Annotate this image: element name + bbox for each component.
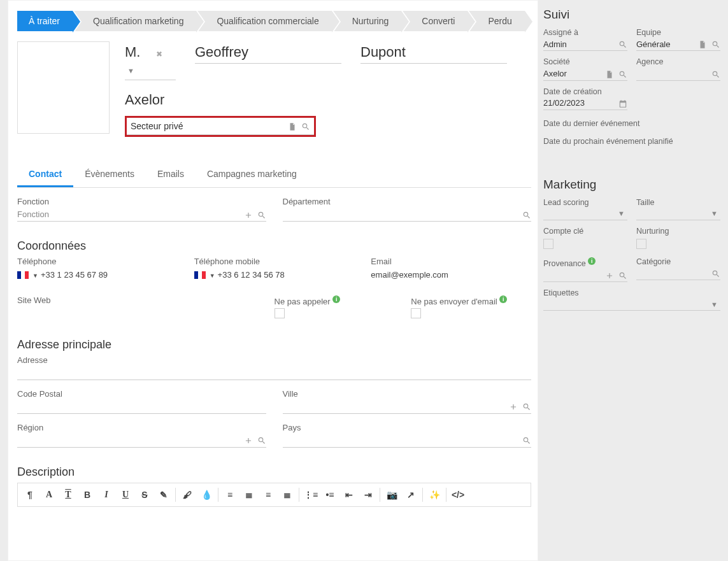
categorie-input[interactable]	[636, 267, 720, 280]
doc-icon[interactable]	[605, 68, 614, 78]
pays-input[interactable]	[283, 434, 532, 448]
stage-qualif-commerciale[interactable]: Qualification commerciale	[197, 11, 331, 31]
link-button[interactable]: ↗	[401, 486, 420, 504]
categorie-label: Catégorie	[636, 257, 720, 266]
sector-input[interactable]: Secteur privé	[127, 118, 314, 135]
ul-button[interactable]: •≡	[320, 486, 339, 504]
telephone-input[interactable]: ▼+33 1 23 45 67 89	[17, 267, 178, 281]
search-icon[interactable]	[618, 39, 627, 49]
comptecle-checkbox[interactable]	[543, 239, 553, 249]
avatar-placeholder[interactable]	[17, 41, 110, 134]
email-input[interactable]: email@exemple.com	[371, 267, 531, 281]
plus-icon[interactable]	[509, 401, 518, 411]
indent-button[interactable]: ⇤	[339, 486, 359, 504]
tab-emails[interactable]: Emails	[146, 162, 196, 187]
image-button[interactable]: 📷	[382, 486, 401, 504]
nepas-email-checkbox[interactable]	[411, 308, 421, 318]
societe-label: Société	[543, 57, 627, 66]
doc-icon[interactable]	[288, 121, 297, 131]
tab-evenements[interactable]: Évènements	[73, 162, 146, 187]
departement-input[interactable]	[283, 208, 532, 222]
chevron-down-icon[interactable]: ▼	[32, 273, 38, 279]
pilcrow-button[interactable]: ¶	[20, 486, 39, 504]
search-icon[interactable]	[522, 435, 531, 445]
aligncenter-button[interactable]: ≣	[239, 486, 259, 504]
side-panel: Suivi Assigné à Admin Equipe Générale	[543, 0, 728, 561]
outdent-button[interactable]: ⇥	[359, 486, 378, 504]
coordonnees-heading: Coordonnées	[17, 239, 531, 253]
equipe-input[interactable]: Générale	[636, 38, 720, 51]
alignleft-button[interactable]: ≡	[220, 486, 239, 504]
flag-fr-icon	[17, 271, 29, 279]
chevron-down-icon[interactable]: ▼	[615, 209, 627, 217]
chevron-down-icon[interactable]: ▼	[708, 209, 720, 217]
search-icon[interactable]	[301, 121, 310, 131]
assigne-input[interactable]: Admin	[543, 38, 627, 51]
title-select[interactable]: M. ✖ ▼	[125, 41, 176, 80]
provenance-input[interactable]	[543, 269, 627, 282]
pays-label: Pays	[283, 423, 532, 432]
agence-input[interactable]	[636, 67, 720, 80]
search-icon[interactable]	[711, 268, 720, 278]
clearformat-button[interactable]: ✎	[154, 486, 173, 504]
tab-contact[interactable]: Contact	[17, 162, 73, 187]
info-icon[interactable]: i	[332, 295, 340, 303]
taille-input[interactable]: ▼	[636, 208, 720, 220]
search-icon[interactable]	[522, 209, 531, 220]
underline-button[interactable]: U	[116, 486, 135, 504]
stage-qualif-marketing[interactable]: Qualification marketing	[74, 11, 196, 31]
stage-perdu[interactable]: Perdu	[469, 11, 524, 31]
search-icon[interactable]	[618, 270, 627, 280]
tab-campagnes[interactable]: Campagnes marketing	[196, 162, 308, 187]
brush-button[interactable]: 🖌	[178, 486, 197, 504]
italic-button[interactable]: I	[97, 486, 116, 504]
search-icon[interactable]	[522, 401, 531, 411]
stage-converti[interactable]: Converti	[403, 11, 467, 31]
telmobile-input[interactable]: ▼+33 6 12 34 56 78	[194, 267, 355, 281]
search-icon[interactable]	[711, 39, 720, 49]
search-icon[interactable]	[618, 68, 627, 78]
plus-icon[interactable]	[244, 209, 253, 220]
datecreation-input[interactable]: 21/02/2023	[543, 97, 627, 110]
font-button[interactable]: A	[39, 486, 59, 504]
info-icon[interactable]: i	[588, 257, 596, 265]
societe-input[interactable]: Axelor	[543, 67, 627, 80]
textsize-button[interactable]: T	[59, 486, 78, 504]
stage-a-traiter[interactable]: À traiter	[17, 11, 73, 31]
plus-icon[interactable]	[605, 270, 614, 280]
adresse-input[interactable]	[17, 366, 531, 380]
stage-bar: À traiter Qualification marketing Qualif…	[17, 11, 531, 31]
doc-icon[interactable]	[698, 39, 707, 49]
nurturing-checkbox[interactable]	[636, 239, 646, 249]
chevron-down-icon[interactable]: ▼	[125, 67, 137, 75]
fonction-input[interactable]: Fonction	[17, 208, 266, 222]
info-icon[interactable]: i	[499, 295, 507, 303]
search-icon[interactable]	[257, 435, 266, 445]
region-input[interactable]	[17, 434, 266, 448]
search-icon[interactable]	[711, 68, 720, 78]
bold-button[interactable]: B	[78, 486, 97, 504]
firstname-input[interactable]: Geoffrey	[195, 41, 341, 64]
code-button[interactable]: </>	[448, 486, 467, 504]
chevron-down-icon[interactable]: ▼	[210, 273, 215, 279]
leadscoring-input[interactable]: ▼	[543, 208, 627, 220]
cp-input[interactable]	[17, 400, 266, 414]
calendar-icon[interactable]	[618, 98, 627, 108]
magic-button[interactable]: ✨	[425, 486, 444, 504]
lastname-input[interactable]: Dupont	[360, 41, 507, 64]
nepas-appeler-checkbox[interactable]	[275, 308, 285, 318]
datecreation-label: Date de création	[543, 87, 627, 96]
marketing-heading: Marketing	[543, 178, 720, 192]
alignjustify-button[interactable]: ≣	[278, 486, 297, 504]
chevron-down-icon[interactable]: ▼	[708, 301, 720, 308]
color-button[interactable]: 💧	[197, 486, 216, 504]
ville-input[interactable]	[283, 400, 532, 414]
alignright-button[interactable]: ≡	[259, 486, 278, 504]
search-icon[interactable]	[257, 209, 266, 220]
strike-button[interactable]: S	[135, 486, 154, 504]
plus-icon[interactable]	[244, 435, 253, 445]
stage-nurturing[interactable]: Nurturing	[333, 11, 402, 31]
ol-button[interactable]: ⋮≡	[301, 486, 320, 504]
etiquettes-input[interactable]: ▼	[543, 298, 720, 311]
clear-icon[interactable]: ✖	[156, 50, 162, 59]
